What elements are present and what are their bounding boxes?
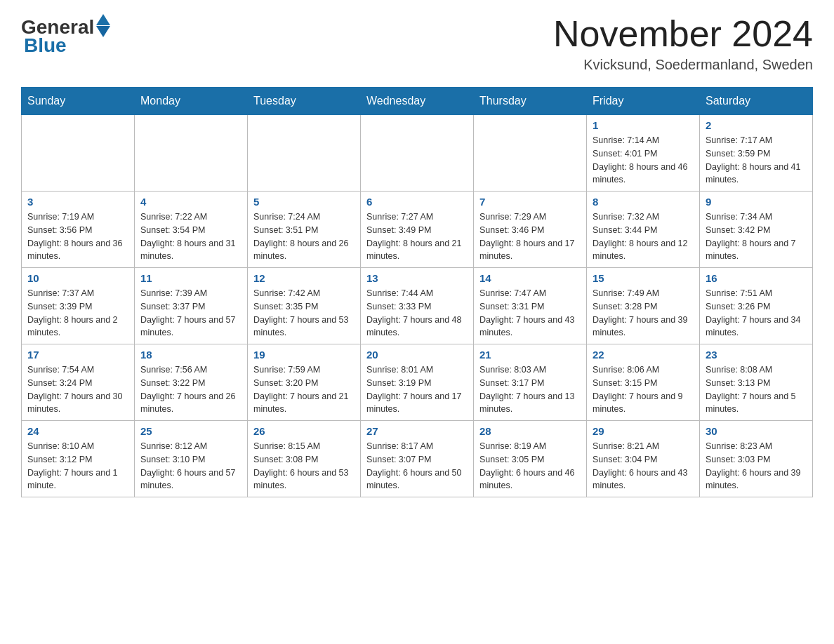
calendar-cell: 5Sunrise: 7:24 AMSunset: 3:51 PMDaylight… <box>248 192 361 268</box>
calendar-cell: 27Sunrise: 8:17 AMSunset: 3:07 PMDayligh… <box>361 421 474 497</box>
calendar-cell: 12Sunrise: 7:42 AMSunset: 3:35 PMDayligh… <box>248 268 361 344</box>
logo: General Blue <box>21 14 110 55</box>
day-number: 1 <box>593 119 694 131</box>
month-title: November 2024 <box>553 14 813 54</box>
calendar-cell: 23Sunrise: 8:08 AMSunset: 3:13 PMDayligh… <box>700 344 813 421</box>
day-number: 29 <box>593 425 694 437</box>
day-info: Sunrise: 7:37 AMSunset: 3:39 PMDaylight:… <box>27 287 128 340</box>
week-row-1: 1Sunrise: 7:14 AMSunset: 4:01 PMDaylight… <box>22 115 813 192</box>
calendar-cell: 17Sunrise: 7:54 AMSunset: 3:24 PMDayligh… <box>22 344 135 421</box>
calendar-cell: 30Sunrise: 8:23 AMSunset: 3:03 PMDayligh… <box>700 421 813 497</box>
day-number: 10 <box>27 272 128 284</box>
calendar-cell: 28Sunrise: 8:19 AMSunset: 3:05 PMDayligh… <box>474 421 587 497</box>
day-info: Sunrise: 7:24 AMSunset: 3:51 PMDaylight:… <box>253 210 355 263</box>
calendar-cell <box>22 115 135 192</box>
day-number: 22 <box>593 349 694 361</box>
calendar-cell: 9Sunrise: 7:34 AMSunset: 3:42 PMDaylight… <box>700 192 813 268</box>
day-info: Sunrise: 8:17 AMSunset: 3:07 PMDaylight:… <box>366 440 468 492</box>
day-info: Sunrise: 7:14 AMSunset: 4:01 PMDaylight:… <box>593 134 694 187</box>
day-info: Sunrise: 7:42 AMSunset: 3:35 PMDaylight:… <box>253 287 355 340</box>
calendar-cell: 7Sunrise: 7:29 AMSunset: 3:46 PMDaylight… <box>474 192 587 268</box>
day-info: Sunrise: 8:08 AMSunset: 3:13 PMDaylight:… <box>706 363 807 416</box>
day-info: Sunrise: 7:27 AMSunset: 3:49 PMDaylight:… <box>366 210 468 263</box>
calendar-cell <box>361 115 474 192</box>
day-number: 17 <box>27 349 128 361</box>
day-number: 18 <box>140 349 241 361</box>
calendar-cell: 20Sunrise: 8:01 AMSunset: 3:19 PMDayligh… <box>361 344 474 421</box>
calendar-cell: 1Sunrise: 7:14 AMSunset: 4:01 PMDaylight… <box>587 115 700 192</box>
calendar-cell: 15Sunrise: 7:49 AMSunset: 3:28 PMDayligh… <box>587 268 700 344</box>
col-header-saturday: Saturday <box>700 88 813 115</box>
day-number: 7 <box>479 196 581 208</box>
col-header-monday: Monday <box>135 88 248 115</box>
day-number: 19 <box>253 349 355 361</box>
day-number: 14 <box>479 272 581 284</box>
day-info: Sunrise: 7:39 AMSunset: 3:37 PMDaylight:… <box>140 287 241 340</box>
day-info: Sunrise: 7:59 AMSunset: 3:20 PMDaylight:… <box>253 363 355 416</box>
day-info: Sunrise: 7:19 AMSunset: 3:56 PMDaylight:… <box>27 210 128 263</box>
day-info: Sunrise: 7:51 AMSunset: 3:26 PMDaylight:… <box>706 287 807 340</box>
col-header-friday: Friday <box>587 88 700 115</box>
calendar-cell: 6Sunrise: 7:27 AMSunset: 3:49 PMDaylight… <box>361 192 474 268</box>
day-number: 30 <box>706 425 807 437</box>
day-info: Sunrise: 7:29 AMSunset: 3:46 PMDaylight:… <box>479 210 581 263</box>
calendar-table: Sunday Monday Tuesday Wednesday Thursday… <box>21 87 813 497</box>
page-header: General Blue November 2024 Kvicksund, So… <box>21 14 813 73</box>
day-info: Sunrise: 8:01 AMSunset: 3:19 PMDaylight:… <box>366 363 468 416</box>
calendar-cell: 3Sunrise: 7:19 AMSunset: 3:56 PMDaylight… <box>22 192 135 268</box>
day-info: Sunrise: 8:06 AMSunset: 3:15 PMDaylight:… <box>593 363 694 416</box>
day-info: Sunrise: 7:17 AMSunset: 3:59 PMDaylight:… <box>706 134 807 187</box>
calendar-cell: 16Sunrise: 7:51 AMSunset: 3:26 PMDayligh… <box>700 268 813 344</box>
title-section: November 2024 Kvicksund, Soedermanland, … <box>553 14 813 73</box>
day-info: Sunrise: 7:47 AMSunset: 3:31 PMDaylight:… <box>479 287 581 340</box>
day-info: Sunrise: 7:22 AMSunset: 3:54 PMDaylight:… <box>140 210 241 263</box>
calendar-cell: 10Sunrise: 7:37 AMSunset: 3:39 PMDayligh… <box>22 268 135 344</box>
day-info: Sunrise: 7:54 AMSunset: 3:24 PMDaylight:… <box>27 363 128 416</box>
day-number: 13 <box>366 272 468 284</box>
day-number: 5 <box>253 196 355 208</box>
day-number: 26 <box>253 425 355 437</box>
calendar-cell: 18Sunrise: 7:56 AMSunset: 3:22 PMDayligh… <box>135 344 248 421</box>
calendar-cell: 21Sunrise: 8:03 AMSunset: 3:17 PMDayligh… <box>474 344 587 421</box>
calendar-cell: 26Sunrise: 8:15 AMSunset: 3:08 PMDayligh… <box>248 421 361 497</box>
col-header-tuesday: Tuesday <box>248 88 361 115</box>
calendar-cell: 25Sunrise: 8:12 AMSunset: 3:10 PMDayligh… <box>135 421 248 497</box>
day-number: 6 <box>366 196 468 208</box>
day-number: 25 <box>140 425 241 437</box>
day-info: Sunrise: 8:03 AMSunset: 3:17 PMDaylight:… <box>479 363 581 416</box>
calendar-cell <box>474 115 587 192</box>
calendar-cell: 24Sunrise: 8:10 AMSunset: 3:12 PMDayligh… <box>22 421 135 497</box>
calendar-cell <box>135 115 248 192</box>
week-row-5: 24Sunrise: 8:10 AMSunset: 3:12 PMDayligh… <box>22 421 813 497</box>
logo-triangle-up-icon <box>96 14 110 25</box>
col-header-wednesday: Wednesday <box>361 88 474 115</box>
day-info: Sunrise: 8:21 AMSunset: 3:04 PMDaylight:… <box>593 440 694 492</box>
day-number: 24 <box>27 425 128 437</box>
calendar-cell: 4Sunrise: 7:22 AMSunset: 3:54 PMDaylight… <box>135 192 248 268</box>
day-number: 21 <box>479 349 581 361</box>
day-number: 11 <box>140 272 241 284</box>
calendar-cell: 14Sunrise: 7:47 AMSunset: 3:31 PMDayligh… <box>474 268 587 344</box>
week-row-3: 10Sunrise: 7:37 AMSunset: 3:39 PMDayligh… <box>22 268 813 344</box>
calendar-cell: 22Sunrise: 8:06 AMSunset: 3:15 PMDayligh… <box>587 344 700 421</box>
calendar-cell: 8Sunrise: 7:32 AMSunset: 3:44 PMDaylight… <box>587 192 700 268</box>
day-number: 12 <box>253 272 355 284</box>
calendar-header-row: Sunday Monday Tuesday Wednesday Thursday… <box>22 88 813 115</box>
calendar-cell: 11Sunrise: 7:39 AMSunset: 3:37 PMDayligh… <box>135 268 248 344</box>
col-header-thursday: Thursday <box>474 88 587 115</box>
day-number: 4 <box>140 196 241 208</box>
logo-blue-text: Blue <box>24 36 67 55</box>
day-number: 9 <box>706 196 807 208</box>
day-number: 27 <box>366 425 468 437</box>
day-number: 3 <box>27 196 128 208</box>
day-info: Sunrise: 7:44 AMSunset: 3:33 PMDaylight:… <box>366 287 468 340</box>
day-number: 16 <box>706 272 807 284</box>
day-number: 2 <box>706 119 807 131</box>
day-info: Sunrise: 8:23 AMSunset: 3:03 PMDaylight:… <box>706 440 807 492</box>
day-info: Sunrise: 7:56 AMSunset: 3:22 PMDaylight:… <box>140 363 241 416</box>
day-info: Sunrise: 7:49 AMSunset: 3:28 PMDaylight:… <box>593 287 694 340</box>
day-number: 8 <box>593 196 694 208</box>
calendar-cell: 13Sunrise: 7:44 AMSunset: 3:33 PMDayligh… <box>361 268 474 344</box>
day-info: Sunrise: 8:19 AMSunset: 3:05 PMDaylight:… <box>479 440 581 492</box>
day-info: Sunrise: 7:34 AMSunset: 3:42 PMDaylight:… <box>706 210 807 263</box>
